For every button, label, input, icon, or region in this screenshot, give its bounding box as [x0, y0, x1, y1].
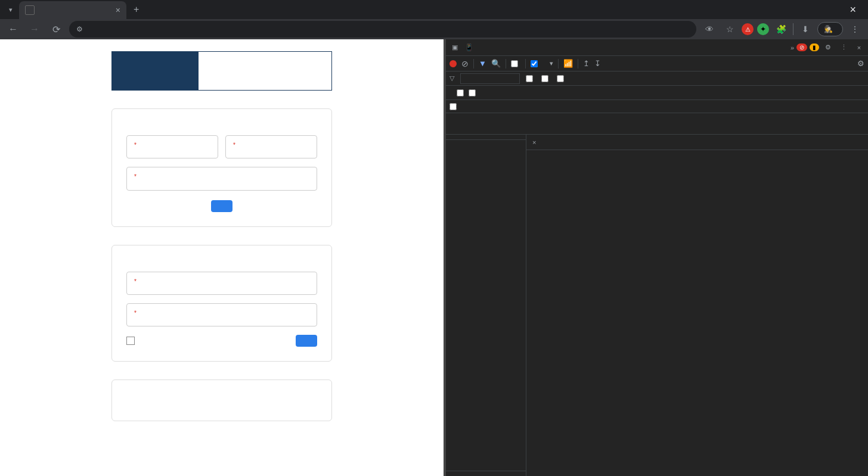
signin-card: * * — [111, 245, 332, 362]
back-button[interactable]: ← — [5, 21, 21, 38]
dock-icon[interactable]: ⋮ — [837, 41, 850, 54]
device-toggle-icon[interactable]: 📱 — [463, 41, 476, 54]
logo — [111, 51, 332, 91]
tab-search-icon[interactable]: ▾ — [5, 4, 17, 15]
page-viewport: * * * * * — [0, 39, 444, 476]
record-button[interactable] — [450, 60, 457, 67]
tab-close-icon[interactable]: × — [116, 5, 120, 15]
preserve-log-checkbox[interactable] — [511, 60, 520, 67]
extension-icon[interactable]: ✦ — [757, 23, 769, 35]
type-filter-row — [446, 86, 868, 100]
tab-bar: ▾ × + × — [0, 0, 868, 19]
devtools-panel: ▣ 📱 » ⊘ ▮ ⚙ ⋮ × ⊘ ▼ 🔍 ▾ — [444, 39, 868, 476]
inspect-icon[interactable]: ▣ — [448, 41, 461, 54]
detail-tabs: × — [526, 135, 868, 150]
upload-icon[interactable]: ↥ — [583, 59, 590, 68]
hide-data-urls-checkbox[interactable] — [541, 75, 551, 82]
new-tab-button[interactable]: + — [129, 4, 144, 15]
browser-tab[interactable]: × — [19, 1, 126, 19]
warn-count-badge[interactable]: ▮ — [810, 43, 819, 51]
menu-icon[interactable]: ⋮ — [847, 21, 863, 38]
download-icon[interactable]: ↧ — [594, 59, 601, 68]
close-devtools-icon[interactable]: × — [852, 41, 866, 54]
reload-button[interactable]: ⟳ — [48, 21, 64, 38]
chevron-down-icon[interactable]: ▾ — [550, 60, 553, 67]
window-close-icon[interactable]: × — [842, 4, 863, 16]
site-settings-icon[interactable]: ⚙ — [76, 25, 83, 33]
third-party-checkbox[interactable] — [450, 103, 459, 110]
remember-checkbox[interactable] — [126, 337, 135, 345]
clear-button[interactable]: ⊘ — [461, 59, 469, 69]
blocked-cookies-checkbox[interactable] — [457, 89, 466, 97]
filter-toggle-icon[interactable]: ▼ — [479, 59, 486, 68]
forward-button[interactable]: → — [26, 21, 43, 38]
filter-icon[interactable]: ▽ — [450, 74, 454, 82]
third-party-row — [446, 100, 868, 113]
signin-password-field[interactable]: * — [126, 303, 317, 326]
incognito-indicator[interactable]: 🕵 — [817, 22, 843, 36]
eye-off-icon[interactable]: 👁 — [701, 21, 718, 38]
downloads-icon[interactable]: ⬇ — [797, 21, 814, 38]
signin-button[interactable] — [296, 335, 317, 347]
request-detail-panel: × — [526, 135, 868, 476]
humanness-card — [111, 379, 332, 421]
invert-checkbox[interactable] — [526, 75, 535, 82]
incognito-icon: 🕵 — [824, 25, 833, 33]
extensions-icon[interactable]: 🧩 — [773, 21, 789, 38]
blocked-requests-checkbox[interactable] — [469, 89, 478, 97]
network-toolbar: ⊘ ▼ 🔍 ▾ 📶 ↥ ↧ ⚙ — [446, 56, 868, 71]
close-detail-icon[interactable]: × — [529, 139, 540, 146]
request-list-panel — [446, 135, 526, 476]
extension-badge[interactable]: ⚠ — [742, 23, 754, 35]
timeline[interactable] — [446, 113, 868, 135]
address-bar[interactable]: ⚙ — [69, 21, 696, 38]
favicon — [25, 5, 35, 15]
error-count-badge[interactable]: ⊘ — [796, 43, 807, 51]
request-invite-button[interactable] — [211, 200, 232, 212]
wifi-icon[interactable]: 📶 — [563, 59, 573, 68]
request-summary — [446, 471, 526, 476]
more-tabs-icon[interactable]: » — [790, 44, 794, 51]
email-field[interactable]: * — [225, 135, 317, 158]
filter-input[interactable] — [460, 73, 520, 84]
gear-icon[interactable]: ⚙ — [822, 41, 835, 54]
search-icon[interactable]: 🔍 — [491, 59, 501, 68]
network-settings-icon[interactable]: ⚙ — [857, 59, 864, 68]
nav-bar: ← → ⟳ ⚙ 👁 ☆ ⚠ ✦ 🧩 ⬇ 🕵 ⋮ — [0, 19, 868, 39]
signin-email-field[interactable]: * — [126, 272, 317, 295]
bookmark-icon[interactable]: ☆ — [721, 21, 738, 38]
hide-ext-urls-checkbox[interactable] — [557, 75, 566, 82]
request-invite-card: * * * — [111, 108, 332, 227]
disable-cache-checkbox[interactable] — [531, 60, 540, 67]
name-field[interactable]: * — [126, 135, 218, 158]
purpose-field[interactable]: * — [126, 167, 317, 190]
url-column-header[interactable] — [446, 135, 526, 140]
filter-row: ▽ — [446, 71, 868, 86]
devtools-tabs: ▣ 📱 » ⊘ ▮ ⚙ ⋮ × — [446, 39, 868, 56]
